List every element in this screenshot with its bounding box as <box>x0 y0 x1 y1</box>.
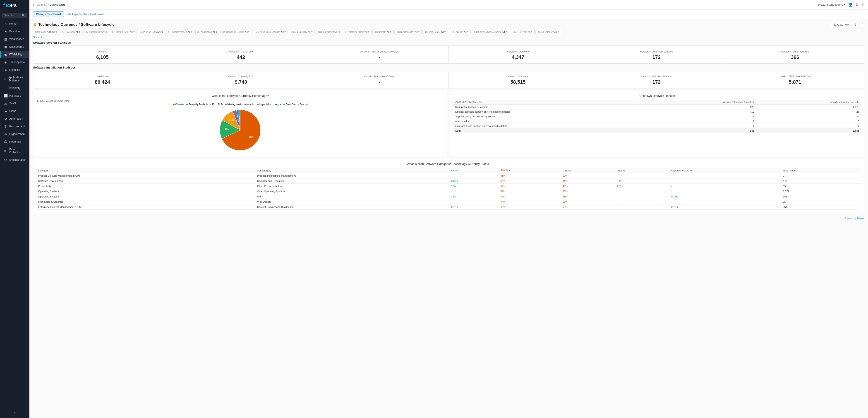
cat-col-header-5[interactable]: OSS % <box>615 168 670 173</box>
sidebar-item-data-collection[interactable]: ⊕Data Collection <box>0 146 29 156</box>
filter-chip-7[interactable]: (D) Operating System All ▾ <box>220 30 252 34</box>
sidebar-icon-procurement: $ <box>4 125 7 128</box>
filter-chip-6[interactable]: (S) Application All ▾ <box>195 30 220 34</box>
filter-chip-18[interactable]: (OSS) Category All ▾ <box>535 30 561 34</box>
legend-label-4: Unpublished Lifecycle <box>259 103 281 106</box>
settings-icon[interactable]: ⚙ <box>856 2 859 7</box>
filter-chip-9[interactable]: (H) Subcategory All ▾ <box>289 30 315 34</box>
sidebar-item-automation[interactable]: ⚙Automation <box>0 115 29 123</box>
filter-chip-5[interactable]: (S) Market Version All ▾ <box>166 30 194 34</box>
filter-chip-10[interactable]: (D) Manufacturer All ▾ <box>316 30 342 34</box>
filter-chip-15[interactable]: (D) Location All ▾ <box>449 30 471 34</box>
ul-version-0: 122 <box>643 105 756 109</box>
install-stat-value-0: 86,424 <box>35 79 169 85</box>
sidebar-item-cloud[interactable]: ☁Cloud <box>0 107 29 115</box>
cat-row-5: Multimedia & Graphics Web Design - 44% 5… <box>36 199 861 205</box>
share-icon[interactable]: ⬆ <box>862 2 864 7</box>
cat-col-header-2[interactable]: GA % <box>450 168 499 173</box>
filter-chip-12[interactable]: (D) Domain All ▾ <box>372 30 394 34</box>
install-stat-label-0: Installations <box>35 75 169 78</box>
filter-chip-16[interactable]: (H) Business Service Name All ▾ <box>472 30 509 34</box>
filter-chip-1[interactable]: (S) Category All ▾ <box>60 30 83 34</box>
cat-subcategory-0: Product and Portfolio Management <box>255 173 450 178</box>
filter-chip-0[interactable]: Date range All time ▾ <box>33 30 59 34</box>
filter-value-6: All ▾ <box>213 31 217 33</box>
sidebar-item-administration[interactable]: ⚙Administration <box>0 156 29 164</box>
install-stat-label-1: Installs - Currently EOL <box>174 75 308 78</box>
sidebar-item-technopedia[interactable]: ◈Technopedia <box>0 58 29 66</box>
version-stat-label-2: Versions - End of Life Next 90 Days <box>313 50 446 53</box>
sidebar-item-inventory[interactable]: ☰Inventory <box>0 84 29 92</box>
filter-chip-14[interactable]: (D) Cost Center All ▾ <box>423 30 448 34</box>
cat-obs-0: 19% <box>561 173 615 178</box>
demo-dropdown[interactable]: Flexera One Demo ▾ <box>818 3 845 6</box>
cat-col-header-6[interactable]: Unpublished LC % <box>670 168 781 173</box>
filter-chip-13[interactable]: (D) Business Unit All ▾ <box>394 30 422 34</box>
unknown-lifecycle-title: Unknown Lifecycle Reason <box>454 94 861 98</box>
filter-value-18: All ▾ <box>554 31 559 33</box>
cat-category-1: Software Development <box>36 178 255 184</box>
pie-stage-label: (S) Calc: Version Lifecycle Stage: <box>36 100 444 102</box>
filter-label-17: (OSS) CL Type <box>512 31 528 33</box>
cat-row-1: Software Development Compiler and Decomp… <box>36 178 861 184</box>
search-input[interactable] <box>4 14 22 17</box>
cat-col-header-3[interactable]: EOL % ▾ <box>499 168 561 173</box>
legend-dot-1 <box>186 104 188 105</box>
version-stat-2: Versions - End of Life Next 90 Days- <box>310 47 449 63</box>
sidebar-icon-data-collection: ⊕ <box>4 149 7 153</box>
col-version[interactable]: Version without a Lifecycle ▾ <box>643 100 756 105</box>
filter-chip-17[interactable]: (OSS) CL Type All ▾ <box>510 30 534 34</box>
sidebar-item-saas[interactable]: ☁SaaS <box>0 100 29 107</box>
sidebar-item-hardware[interactable]: ⬜Hardware <box>0 92 29 100</box>
cat-col-header-4[interactable]: OBS % <box>561 168 615 173</box>
sidebar-item-organization[interactable]: ⊙Organization <box>0 130 29 138</box>
show-all-filters-btn[interactable]: Show all ▾ <box>33 36 44 39</box>
save-as-btn[interactable]: Save as new <box>831 22 851 27</box>
sidebar-item-reporting[interactable]: @Reporting <box>0 138 29 146</box>
cat-ga-0: - <box>450 173 499 178</box>
cat-col-header-0: Category <box>36 168 255 173</box>
sidebar-icon-favorites: ★ <box>4 30 7 33</box>
legend-dot-4 <box>257 104 259 105</box>
cat-col-header-1: Subcategory <box>255 168 450 173</box>
version-stat-label-4: Versions - OBS Next 90 Days <box>590 50 723 53</box>
undo-btn[interactable]: 1 <box>853 22 858 27</box>
filter-chip-3[interactable]: (S) Manufacturer All ▾ <box>110 30 136 34</box>
change-dashboard-btn[interactable]: Change Dashboard <box>33 11 64 17</box>
version-stat-4: Versions - OBS Next 90 Days172 <box>587 47 725 63</box>
sidebar-item-app-evidence[interactable]: ⊞Applications Evidence <box>0 74 29 84</box>
sidebar-item-home[interactable]: ⌂Home <box>0 20 29 28</box>
user-icon[interactable]: 👤 <box>848 2 853 7</box>
new-dashboard-btn[interactable]: New Dashboard <box>84 13 103 16</box>
filter-chip-4[interactable]: (S) Product (New) All ▾ <box>138 30 165 34</box>
ul-installs-0: 1,573 <box>756 105 861 109</box>
cat-ga-4: 12% <box>450 194 499 199</box>
redo-btn[interactable]: / <box>860 22 864 27</box>
version-stat-label-3: Versions - Obsolete <box>451 50 585 53</box>
sidebar-icon-hardware: ⬜ <box>4 94 7 98</box>
filter-value-0: All time ▾ <box>47 31 57 33</box>
sidebar-collapse-btn[interactable]: « <box>0 409 29 416</box>
filter-value-11: All ▾ <box>365 31 370 33</box>
install-stats-grid: Installations86,424Installs - Currently … <box>33 72 864 89</box>
sidebar-item-licenses[interactable]: ≡Licenses <box>0 66 29 74</box>
search-box[interactable]: 🔍 <box>2 13 27 18</box>
filter-chip-11[interactable]: (D) Machine Name All ▾ <box>343 30 372 34</box>
pie-legend-item-0: Obsolete <box>173 103 184 106</box>
filter-chip-2[interactable]: (S) Subcategory All ▾ <box>83 30 109 34</box>
filter-label-5: (S) Market Version <box>168 31 188 33</box>
filter-value-15: All ▾ <box>464 31 469 33</box>
install-stat-3: Installs - Obsolete58,515 <box>449 72 587 88</box>
sidebar-label-licenses: Licenses <box>9 68 20 71</box>
data-explorer-btn[interactable]: Data Explorer <box>66 13 82 16</box>
sidebar-item-procurement[interactable]: $Procurement <box>0 123 29 130</box>
sidebar-item-dashboards[interactable]: ▣Dashboards <box>0 43 29 51</box>
sidebar-item-workspaces[interactable]: ▦Workspaces <box>0 35 29 43</box>
cat-total-4: 151 <box>781 194 861 199</box>
cat-col-header-7[interactable]: Total Installs <box>781 168 861 173</box>
sidebar-icon-home: ⌂ <box>4 22 7 26</box>
sidebar-item-it-visibility[interactable]: ◉IT Visibility <box>0 51 29 58</box>
filter-chip-8[interactable]: (S) End Of Life Exception All ▾ <box>253 30 288 34</box>
cat-eol-6: 43% <box>499 205 561 210</box>
sidebar-item-favorites[interactable]: ★Favorites <box>0 28 29 35</box>
